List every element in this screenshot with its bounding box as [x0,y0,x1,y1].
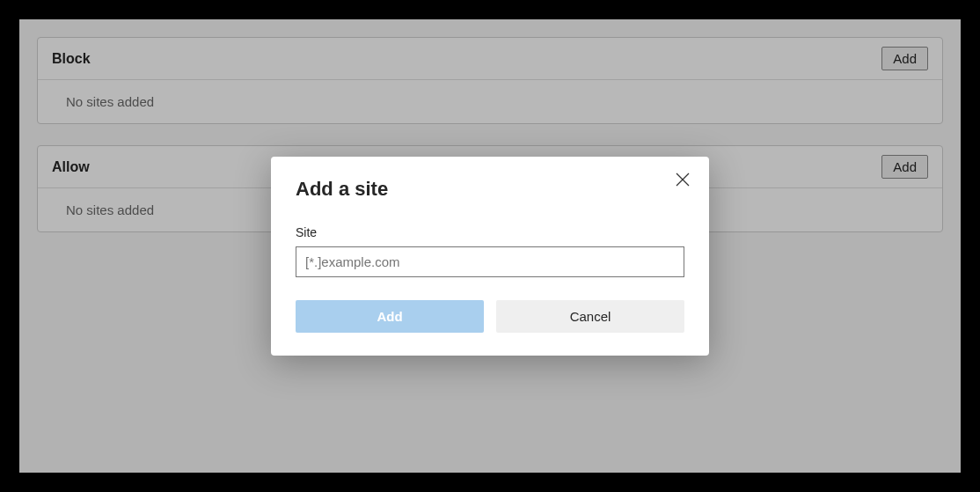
add-site-dialog: Add a site Site Add Cancel [271,157,709,356]
dialog-title: Add a site [296,178,684,201]
dialog-add-button[interactable]: Add [296,300,484,333]
close-icon [676,173,690,187]
close-button[interactable] [672,169,693,190]
dialog-button-row: Add Cancel [296,300,684,333]
site-input[interactable] [296,246,684,277]
site-field-label: Site [296,225,684,239]
dialog-cancel-button[interactable]: Cancel [496,300,684,333]
